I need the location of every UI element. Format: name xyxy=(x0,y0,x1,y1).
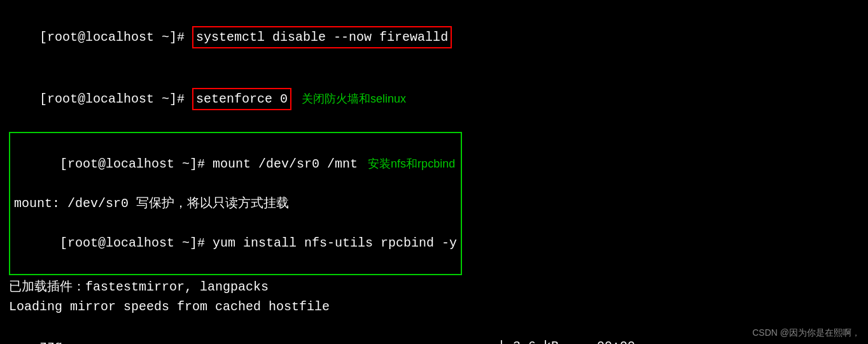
line-7: Loading mirror speeds from cached hostfi… xyxy=(9,297,859,317)
prompt-3: [root@localhost ~]# xyxy=(60,157,213,171)
cmd-yum: yum install nfs-utils rpcbind -y xyxy=(213,236,457,250)
line-1: [root@localhost ~]# systemctl disable --… xyxy=(9,6,859,68)
prompt-5: [root@localhost ~]# xyxy=(60,236,213,250)
line-5: [root@localhost ~]# yum install nfs-util… xyxy=(14,213,457,273)
zzq-label: zzq xyxy=(39,339,62,344)
watermark: CSDN @因为你是在熙啊， xyxy=(752,327,860,339)
prompt-1: [root@localhost ~]# xyxy=(39,30,192,45)
cmd-box-2: setenforce 0 xyxy=(192,88,291,110)
line-8: zzq| 3.6 kB 00:00 xyxy=(9,317,859,344)
green-box-block: [root@localhost ~]# mount /dev/sr0 /mnt安… xyxy=(9,132,462,275)
terminal: [root@localhost ~]# systemctl disable --… xyxy=(0,0,868,344)
annotation-firewall: 关闭防火墙和selinux xyxy=(302,92,406,105)
line-2: [root@localhost ~]# setenforce 0关闭防火墙和se… xyxy=(9,68,859,130)
cmd-box-1: systemctl disable --now firewalld xyxy=(192,26,452,48)
line-4: mount: /dev/sr0 写保护，将以只读方式挂载 xyxy=(14,194,457,213)
line-3: [root@localhost ~]# mount /dev/sr0 /mnt安… xyxy=(14,134,457,194)
line-6: 已加载插件：fastestmirror, langpacks xyxy=(9,277,859,297)
annotation-nfs: 安装nfs和rpcbind xyxy=(368,157,455,170)
zzq-size: | 3.6 kB 00:00 xyxy=(62,336,635,344)
prompt-2: [root@localhost ~]# xyxy=(39,92,192,106)
cmd-mount: mount /dev/sr0 /mnt xyxy=(213,157,358,171)
